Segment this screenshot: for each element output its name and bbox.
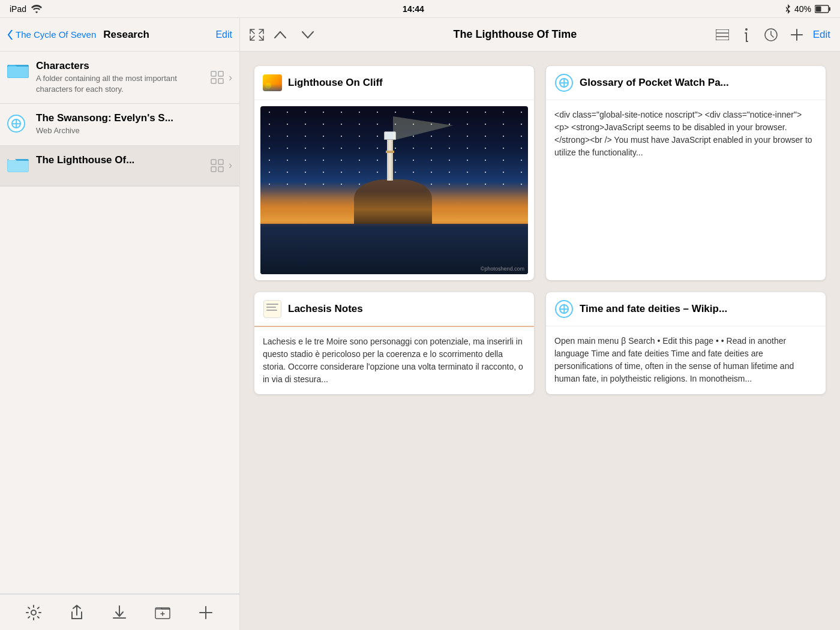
lighthouse-actions: › — [211, 159, 232, 172]
sidebar-item-swansong[interactable]: The Swansong: Evelyn's S... Web Archive — [0, 104, 239, 145]
webarchive-icon-time-fate — [554, 299, 574, 319]
card-glossary[interactable]: Glossary of Pocket Watch Pa... <div clas… — [546, 66, 826, 280]
chevron-down-icon — [301, 30, 314, 40]
swansong-content: The Swansong: Evelyn's S... Web Archive — [36, 112, 232, 136]
new-folder-button[interactable] — [151, 601, 175, 625]
nav-down-button[interactable] — [299, 28, 317, 42]
content-title: The Lighthouse Of Time — [324, 28, 706, 41]
add-button[interactable] — [194, 601, 218, 625]
card-header-time-fate: Time and fate deities – Wikip... — [546, 292, 826, 326]
info-icon — [741, 28, 752, 42]
svg-rect-13 — [211, 160, 216, 164]
watermark: ©photoshend.com — [481, 266, 524, 272]
svg-rect-19 — [716, 29, 729, 40]
svg-rect-7 — [211, 71, 216, 76]
sidebar-item-lighthouse[interactable]: The Lighthouse Of... › — [0, 146, 239, 186]
main-layout: The Cycle Of Seven Research Edit Charact… — [0, 18, 840, 630]
bluetooth-icon — [785, 4, 791, 14]
card-title-time-fate: Time and fate deities – Wikip... — [580, 303, 727, 315]
lighthouse-image: ©photoshend.com — [260, 106, 528, 274]
info-button[interactable] — [739, 25, 754, 44]
grid-icon-characters — [211, 71, 224, 84]
resize-button[interactable] — [250, 29, 264, 41]
card-header-lighthouse: Lighthouse On Cliff — [254, 66, 534, 100]
list-icon — [716, 29, 729, 40]
settings-button[interactable] — [22, 601, 46, 625]
content-area: The Lighthouse Of Time — [240, 18, 840, 630]
status-time: 14:44 — [403, 4, 424, 14]
share-button[interactable] — [65, 601, 89, 625]
card-time-fate[interactable]: Time and fate deities – Wikip... Open ma… — [546, 292, 826, 394]
horizon-glow — [260, 191, 528, 227]
lighthouse-title: The Lighthouse Of... — [36, 154, 203, 166]
card-lachesis[interactable]: Lachesis Notes Lachesis e le tre Moire s… — [254, 292, 534, 394]
svg-rect-12 — [8, 161, 28, 172]
svg-rect-1 — [829, 7, 831, 11]
list-view-button[interactable] — [713, 27, 731, 43]
add-content-button[interactable] — [788, 26, 806, 44]
resize-icon — [250, 29, 264, 41]
svg-rect-15 — [211, 167, 216, 172]
nav-buttons — [271, 28, 317, 42]
svg-rect-16 — [218, 167, 223, 172]
characters-content: Characters A folder containing all the m… — [36, 60, 203, 95]
grid-icon-lighthouse — [211, 159, 224, 172]
swansong-subtitle: Web Archive — [36, 125, 232, 136]
image-icon — [263, 73, 282, 92]
card-title-glossary: Glossary of Pocket Watch Pa... — [580, 77, 729, 89]
svg-point-17 — [31, 610, 36, 615]
characters-title: Characters — [36, 60, 203, 72]
sidebar-bottom-toolbar — [0, 594, 239, 630]
download-button[interactable] — [107, 601, 131, 625]
battery-icon — [815, 5, 830, 13]
sidebar-spacer — [0, 187, 239, 593]
ipad-label: iPad — [10, 4, 26, 14]
history-button[interactable] — [761, 25, 781, 44]
card-image-container: ©photoshend.com — [254, 100, 534, 280]
clock-icon — [764, 28, 778, 42]
battery-label: 40% — [794, 4, 811, 14]
folder-icon-lighthouse — [7, 155, 29, 177]
card-header-lachesis: Lachesis Notes — [254, 292, 534, 327]
chevron-right-lighthouse: › — [229, 159, 232, 172]
lighthouse-band — [386, 151, 394, 153]
chevron-up-icon — [274, 30, 287, 40]
chevron-left-icon — [7, 30, 13, 40]
lighthouse-beam — [393, 116, 453, 140]
wifi-icon — [31, 5, 42, 13]
characters-subtitle: A folder containing all the most importa… — [36, 73, 203, 95]
card-lighthouse-on-cliff[interactable]: Lighthouse On Cliff — [254, 66, 534, 280]
status-right: 40% — [785, 4, 830, 14]
sidebar-toolbar: The Cycle Of Seven Research Edit — [0, 18, 239, 52]
sidebar-title: Research — [103, 29, 149, 41]
nav-up-button[interactable] — [271, 28, 289, 42]
plus-icon-sidebar — [199, 605, 213, 620]
svg-rect-9 — [211, 79, 216, 83]
swansong-title: The Swansong: Evelyn's S... — [36, 112, 232, 124]
svg-rect-10 — [218, 79, 223, 83]
share-icon — [70, 605, 84, 620]
characters-actions: › — [211, 71, 232, 84]
card-body-lachesis: Lachesis e le tre Moire sono personaggi … — [254, 327, 534, 394]
notes-icon-lachesis — [263, 299, 282, 319]
download-icon — [112, 605, 127, 620]
folder-plus-icon — [154, 605, 171, 620]
svg-rect-14 — [218, 160, 223, 164]
content-edit-button[interactable]: Edit — [813, 29, 830, 41]
plus-icon-toolbar — [790, 28, 803, 41]
gear-icon — [26, 605, 41, 620]
card-body-glossary: <div class="global-site-notice noscript"… — [546, 100, 826, 167]
card-title-lachesis: Lachesis Notes — [288, 303, 363, 315]
card-body-time-fate: Open main menu β Search • Edit this page… — [546, 326, 826, 394]
back-button[interactable]: The Cycle Of Seven — [7, 29, 96, 40]
svg-rect-8 — [218, 71, 223, 76]
sidebar-edit-button[interactable]: Edit — [215, 29, 232, 40]
svg-rect-2 — [816, 6, 821, 11]
card-title-lighthouse: Lighthouse On Cliff — [288, 77, 383, 89]
back-label: The Cycle Of Seven — [16, 29, 96, 40]
webarchive-icon-swansong — [7, 115, 29, 136]
sidebar-item-characters[interactable]: Characters A folder containing all the m… — [0, 52, 239, 104]
sidebar: The Cycle Of Seven Research Edit Charact… — [0, 18, 240, 630]
lighthouse-tower — [387, 139, 393, 181]
content-toolbar: The Lighthouse Of Time — [240, 18, 840, 52]
